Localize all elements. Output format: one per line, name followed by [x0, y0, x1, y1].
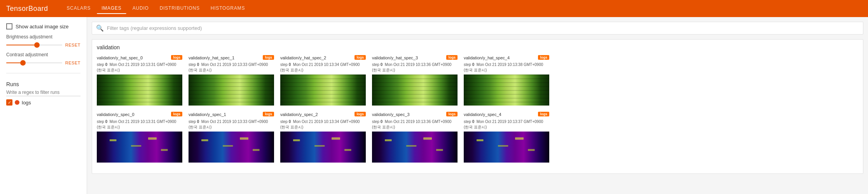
svg-rect-54 — [253, 149, 260, 151]
top-image-row: validation/y_hat_spec_0logsstep 0 Mon Oc… — [97, 55, 858, 106]
img-meta: step 0 Mon Oct 21 2019 10:13:31 GMT+0900… — [97, 62, 182, 73]
brightness-track[interactable] — [6, 45, 62, 45]
svg-rect-37 — [464, 74, 549, 75]
svg-rect-13 — [189, 86, 274, 87]
run-item-logs: logs — [6, 99, 80, 106]
spectrogram-wrapper — [97, 74, 182, 106]
svg-rect-59 — [344, 149, 351, 151]
svg-rect-57 — [314, 145, 325, 147]
contrast-reset[interactable]: RESET — [65, 61, 80, 65]
nav-distributions[interactable]: DISTRIBUTIONS — [155, 3, 204, 14]
spectrogram-wrapper — [464, 132, 549, 163]
brightness-thumb[interactable] — [34, 42, 40, 48]
nav-audio[interactable]: AUDIO — [128, 3, 154, 14]
logs-badge: logs — [171, 112, 182, 116]
run-checkbox[interactable] — [6, 99, 12, 106]
nav-scalars[interactable]: SCALARS — [62, 3, 96, 14]
svg-rect-3 — [97, 82, 182, 83]
search-icon: 🔍 — [96, 24, 104, 32]
svg-rect-64 — [436, 149, 443, 151]
divider-1 — [6, 73, 80, 73]
image-card: validation/y_spec_3logsstep 0 Mon Oct 21… — [372, 112, 458, 162]
top-nav: SCALARS IMAGES AUDIO DISTRIBUTIONS HISTO… — [62, 3, 250, 14]
svg-rect-10 — [189, 74, 274, 75]
svg-rect-60 — [372, 132, 458, 163]
img-meta: step 0 Mon Oct 21 2019 10:13:34 GMT+0900… — [280, 62, 366, 73]
logs-badge: logs — [263, 112, 274, 116]
image-card: validation/y_hat_spec_0logsstep 0 Mon Oc… — [97, 55, 182, 106]
logs-badge: logs — [355, 112, 366, 116]
svg-rect-21 — [280, 82, 366, 83]
img-meta: step 0 Mon Oct 21 2019 10:13:31 GMT+0900… — [97, 119, 182, 130]
svg-rect-19 — [280, 74, 366, 75]
svg-rect-63 — [423, 137, 432, 140]
bottom-image-row: validation/y_spec_0logsstep 0 Mon Oct 21… — [97, 112, 858, 162]
img-title: validation/y_hat_spec_4 — [464, 55, 536, 61]
image-card: validation/y_spec_4logsstep 0 Mon Oct 21… — [464, 112, 549, 162]
contrast-track[interactable] — [6, 62, 62, 63]
brightness-section: Brightness adjustment RESET — [6, 34, 80, 47]
image-card: validation/y_spec_2logsstep 0 Mon Oct 21… — [280, 112, 366, 162]
svg-rect-22 — [280, 86, 366, 87]
svg-rect-45 — [97, 132, 182, 163]
svg-rect-7 — [97, 98, 182, 99]
img-meta: step 0 Mon Oct 21 2019 10:13:37 GMT+0900… — [464, 119, 549, 130]
brightness-reset[interactable]: RESET — [65, 43, 80, 47]
contrast-thumb[interactable] — [20, 60, 26, 66]
svg-rect-47 — [131, 145, 141, 147]
svg-rect-43 — [464, 98, 549, 99]
sidebar: Show actual image size Brightness adjust… — [0, 17, 87, 194]
svg-rect-38 — [464, 78, 549, 79]
filter-placeholder[interactable]: Filter tags (regular expressions support… — [107, 25, 202, 31]
runs-label: Runs — [6, 81, 80, 87]
svg-rect-61 — [385, 139, 392, 141]
img-title: validation/y_hat_spec_0 — [97, 55, 169, 61]
svg-rect-44 — [464, 102, 549, 102]
app-logo: TensorBoard — [6, 5, 48, 13]
spectrogram-wrapper — [189, 132, 274, 163]
section-card: validation validation/y_hat_spec_0logsst… — [92, 39, 863, 174]
filter-bar: 🔍 Filter tags (regular expressions suppo… — [92, 22, 863, 35]
svg-rect-48 — [148, 137, 157, 140]
img-meta: step 0 Mon Oct 21 2019 10:13:33 GMT+0900… — [189, 62, 274, 73]
nav-histograms[interactable]: HISTOGRAMS — [206, 3, 250, 14]
svg-rect-40 — [464, 86, 549, 87]
image-card: validation/y_hat_spec_1logsstep 0 Mon Oc… — [189, 55, 274, 106]
svg-rect-35 — [372, 102, 458, 102]
svg-rect-24 — [280, 94, 366, 95]
svg-rect-66 — [477, 139, 484, 141]
svg-rect-33 — [372, 94, 458, 95]
svg-rect-50 — [189, 132, 274, 163]
svg-rect-15 — [189, 94, 274, 95]
svg-rect-11 — [189, 78, 274, 79]
svg-rect-30 — [372, 82, 458, 83]
filter-runs-input[interactable] — [6, 89, 80, 96]
show-actual-size-checkbox[interactable] — [6, 23, 12, 29]
section-title: validation — [97, 44, 858, 50]
contrast-section: Contrast adjustment RESET — [6, 52, 80, 65]
svg-rect-53 — [240, 137, 248, 140]
spectrogram-wrapper — [372, 132, 458, 163]
img-title: validation/y_spec_0 — [97, 112, 169, 117]
svg-rect-51 — [201, 139, 208, 141]
svg-rect-20 — [280, 78, 366, 79]
spectrogram-wrapper — [97, 132, 182, 163]
img-title: validation/y_spec_1 — [189, 112, 261, 117]
logs-badge: logs — [538, 55, 549, 60]
run-color-dot — [15, 100, 19, 105]
svg-rect-25 — [280, 98, 366, 99]
svg-rect-2 — [97, 78, 182, 79]
svg-rect-69 — [528, 149, 535, 151]
logs-badge: logs — [355, 55, 366, 60]
img-title: validation/y_hat_spec_3 — [372, 55, 445, 61]
svg-rect-12 — [189, 82, 274, 83]
svg-rect-62 — [406, 145, 416, 147]
run-name: logs — [22, 100, 31, 106]
nav-images[interactable]: IMAGES — [97, 3, 126, 14]
image-card: validation/y_hat_spec_2logsstep 0 Mon Oc… — [280, 55, 366, 106]
svg-rect-28 — [372, 74, 458, 75]
image-card: validation/y_spec_1logsstep 0 Mon Oct 21… — [189, 112, 274, 162]
svg-rect-49 — [161, 149, 168, 151]
layout: Show actual image size Brightness adjust… — [0, 17, 868, 194]
svg-rect-42 — [464, 94, 549, 95]
